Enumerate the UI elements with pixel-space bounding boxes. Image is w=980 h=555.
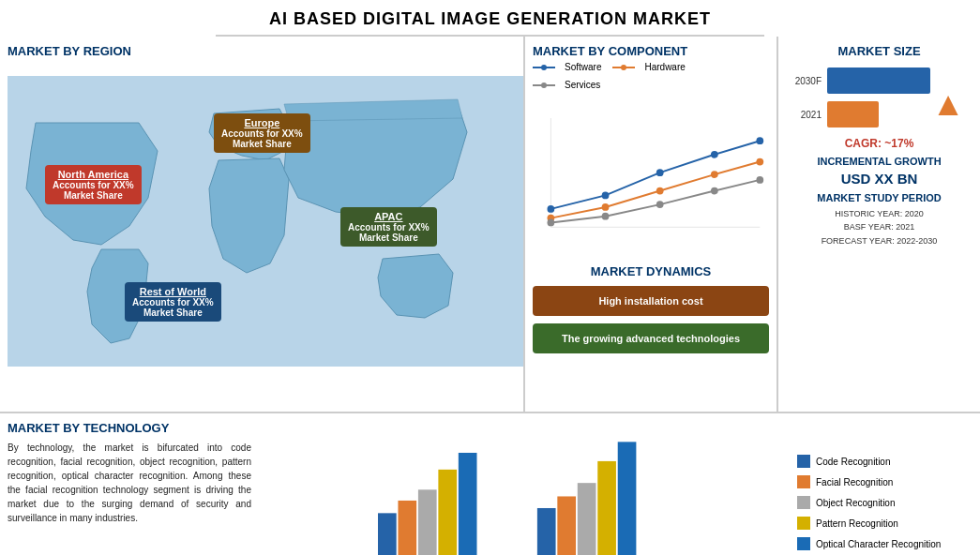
svg-rect-34 xyxy=(618,442,637,555)
legend-label-pattern: Pattern Recognition xyxy=(816,518,898,529)
row-name: Rest of World xyxy=(132,286,214,297)
svg-point-18 xyxy=(756,158,763,166)
legend-box-code xyxy=(797,455,810,468)
component-chart xyxy=(533,98,769,257)
legend-box-facial xyxy=(797,475,810,488)
bar-year-2021: 2021 xyxy=(786,110,822,120)
tech-bar-chart-container: 2021 2030F xyxy=(263,421,778,555)
tech-description: By technology, the market is bifurcated … xyxy=(8,441,251,525)
europe-name: Europe xyxy=(221,117,303,128)
study-base: BASF YEAR: 2021 xyxy=(786,220,972,233)
north-america-sub2: Market Share xyxy=(53,190,134,201)
tech-legend-object: Object Recognition xyxy=(797,496,965,509)
europe-sub2: Market Share xyxy=(221,139,303,149)
svg-point-6 xyxy=(541,82,547,88)
svg-rect-27 xyxy=(438,470,457,555)
legend-box-ocr xyxy=(797,537,810,550)
svg-rect-26 xyxy=(418,489,437,555)
legend-label-ocr: Optical Character Recognition xyxy=(816,539,941,549)
legend-label-object: Object Recognition xyxy=(816,498,896,508)
svg-point-10 xyxy=(602,192,610,200)
component-title: MARKET BY COMPONENT xyxy=(533,44,769,58)
bar-2030 xyxy=(827,68,930,94)
svg-point-2 xyxy=(541,65,547,70)
dynamics-btn-technologies[interactable]: The growing advanced technologies xyxy=(533,323,769,353)
size-bar-chart: 2030F 2021 ▲ xyxy=(786,68,972,128)
region-section: MARKET BY REGION xyxy=(0,37,525,412)
study-details: HISTORIC YEAR: 2020 BASF YEAR: 2021 FORE… xyxy=(786,207,972,248)
svg-point-20 xyxy=(602,213,610,220)
size-section: MARKET SIZE 2030F 2021 ▲ CAGR: ~17% INCR… xyxy=(778,37,980,412)
incremental-label: INCREMENTAL GROWTH xyxy=(786,156,972,167)
svg-point-13 xyxy=(756,137,763,144)
map-container: North America Accounts for XX% Market Sh… xyxy=(8,62,523,381)
tech-title: MARKET BY TECHNOLOGY xyxy=(8,421,251,435)
svg-point-15 xyxy=(602,203,610,211)
tech-legend: Code Recognition Facial Recognition Obje… xyxy=(790,421,972,555)
europe-sub: Accounts for XX% xyxy=(221,128,303,139)
apac-sub2: Market Share xyxy=(348,232,430,243)
world-map-svg xyxy=(8,62,523,381)
page-title: AI BASED DIGITAL IMAGE GENERATION MARKET xyxy=(216,0,764,37)
legend-label-code: Code Recognition xyxy=(816,457,891,467)
apac-label[interactable]: APAC Accounts for XX% Market Share xyxy=(340,207,437,247)
size-title: MARKET SIZE xyxy=(786,44,972,58)
svg-point-17 xyxy=(711,171,718,178)
tech-text-area: MARKET BY TECHNOLOGY By technology, the … xyxy=(8,421,251,555)
svg-rect-25 xyxy=(398,501,416,555)
tech-legend-facial: Facial Recognition xyxy=(797,475,965,488)
dynamics-btn-installation[interactable]: High installation cost xyxy=(533,286,769,316)
tech-legend-code: Code Recognition xyxy=(797,455,965,468)
bar-row-2021: 2021 ▲ xyxy=(786,101,972,128)
component-legend: Software Hardware xyxy=(533,62,769,72)
svg-point-12 xyxy=(711,151,718,158)
legend-software: Software xyxy=(533,62,601,72)
svg-rect-32 xyxy=(578,483,596,555)
svg-point-23 xyxy=(756,176,763,184)
region-title: MARKET BY REGION xyxy=(8,44,523,58)
technology-section: MARKET BY TECHNOLOGY By technology, the … xyxy=(0,412,980,555)
row-label[interactable]: Rest of World Accounts for XX% Market Sh… xyxy=(125,282,221,322)
svg-point-4 xyxy=(621,65,626,70)
svg-point-9 xyxy=(548,205,555,213)
usd-text: USD XX BN xyxy=(786,171,972,187)
legend-hardware-label: Hardware xyxy=(644,62,685,72)
legend-services: Services xyxy=(533,80,600,90)
legend-hardware: Hardware xyxy=(612,62,685,72)
north-america-sub: Accounts for XX% xyxy=(53,180,134,190)
legend-box-pattern xyxy=(797,517,810,530)
apac-sub: Accounts for XX% xyxy=(348,222,430,232)
legend-label-facial: Facial Recognition xyxy=(816,477,893,488)
svg-point-19 xyxy=(548,219,555,227)
legend-box-object xyxy=(797,496,810,509)
svg-point-11 xyxy=(656,169,664,176)
apac-name: APAC xyxy=(348,211,430,222)
tech-legend-ocr: Optical Character Recognition xyxy=(797,537,965,550)
svg-rect-28 xyxy=(459,453,477,555)
legend-services-label: Services xyxy=(565,80,600,90)
svg-point-22 xyxy=(711,188,718,195)
cagr-text: CAGR: ~17% xyxy=(786,137,972,150)
svg-rect-30 xyxy=(537,508,556,555)
legend-software-label: Software xyxy=(565,62,601,72)
growth-arrow: ▲ xyxy=(931,84,965,124)
study-label: MARKET STUDY PERIOD xyxy=(786,192,972,203)
bar-2021 xyxy=(827,101,879,128)
bar-year-2030: 2030F xyxy=(786,76,822,86)
svg-rect-31 xyxy=(557,496,576,555)
svg-point-21 xyxy=(656,201,664,208)
north-america-name: North America xyxy=(53,169,134,180)
row-sub2: Market Share xyxy=(132,308,214,318)
dynamics-title: MARKET DYNAMICS xyxy=(533,264,769,278)
north-america-label[interactable]: North America Accounts for XX% Market Sh… xyxy=(45,165,142,204)
component-section: MARKET BY COMPONENT Software Hardware Se… xyxy=(525,37,778,412)
svg-rect-24 xyxy=(378,513,397,555)
svg-point-16 xyxy=(656,188,664,195)
row-sub: Accounts for XX% xyxy=(132,297,214,308)
tech-bar-chart-svg: 2021 2030F xyxy=(263,421,778,555)
component-legend-2: Services xyxy=(533,80,769,90)
tech-legend-pattern: Pattern Recognition xyxy=(797,517,965,530)
study-historic: HISTORIC YEAR: 2020 xyxy=(786,207,972,220)
svg-rect-33 xyxy=(597,461,616,555)
europe-label[interactable]: Europe Accounts for XX% Market Share xyxy=(214,113,310,153)
